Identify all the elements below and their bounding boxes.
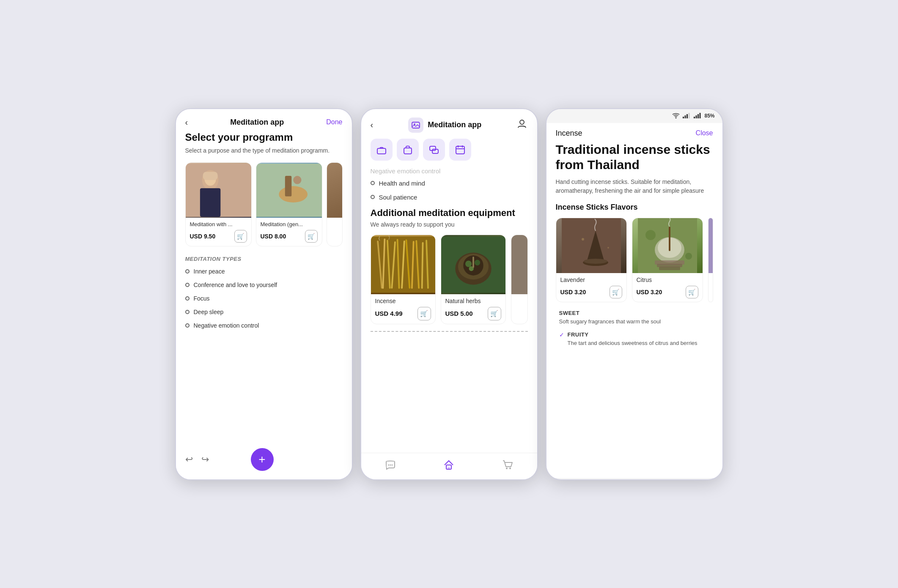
p1-card-2-info: Meditation (gen... USD 8.00 🛒 — [256, 218, 322, 246]
p2-image-icon — [408, 118, 423, 133]
p2-list-item-0: Health and mind — [371, 180, 528, 187]
p3-citrus-info: Citrus USD 3.20 🛒 — [632, 273, 703, 302]
p1-card-3 — [327, 162, 343, 246]
p2-user-icon[interactable] — [516, 118, 527, 132]
p2-back-button[interactable]: ‹ — [371, 120, 373, 130]
p3-lavender-image — [556, 218, 626, 273]
p2-body: Negative emotion control Health and mind… — [361, 167, 537, 332]
svg-point-61 — [582, 238, 584, 241]
p1-product-cards: Meditation with ... USD 9.50 🛒 — [185, 162, 343, 246]
p3-flavor-3-image — [709, 218, 713, 273]
p2-nav-chat[interactable] — [384, 459, 396, 471]
p3-screen: Incense Close Traditional incense sticks… — [546, 123, 722, 478]
p1-page-subtext: Select a purpose and the type of meditat… — [185, 147, 343, 155]
p1-list-item-3: Deep sleep — [185, 309, 343, 315]
p1-card-1-image — [186, 163, 251, 218]
svg-point-42 — [390, 464, 391, 465]
svg-rect-4 — [203, 172, 217, 180]
p3-flavor-card-3 — [708, 218, 713, 302]
p3-scent-section: SWEET Soft sugary fragrances that warm t… — [556, 310, 713, 347]
p2-incense-image — [371, 235, 435, 294]
p1-page-heading: Select your programm — [185, 131, 343, 143]
svg-rect-52 — [689, 113, 690, 118]
phone-3: 85% Incense Close Traditional incense st… — [546, 108, 723, 480]
svg-rect-13 — [377, 148, 386, 154]
p3-close-button[interactable]: Close — [696, 129, 713, 137]
p2-herbs-cart-button[interactable]: 🛒 — [488, 307, 501, 320]
p2-incense-name: Incense — [375, 298, 431, 304]
p3-scent-sweet-desc: Soft sugary fragrances that warm the sou… — [559, 318, 713, 325]
p2-list: Health and mind Soul patience — [371, 180, 528, 201]
svg-rect-70 — [657, 264, 682, 267]
p2-faded-text: Negative emotion control — [371, 167, 528, 175]
p1-add-button[interactable]: + — [251, 448, 274, 471]
p2-bullet-0 — [371, 181, 375, 185]
svg-rect-14 — [404, 148, 412, 154]
p2-divider — [371, 331, 528, 332]
p1-list-item-2-text: Focus — [194, 295, 210, 302]
p2-nav-cart[interactable] — [502, 459, 514, 471]
p3-fruity-check-icon: ✓ — [559, 331, 564, 338]
p3-citrus-cart-button[interactable]: 🛒 — [686, 286, 698, 298]
svg-rect-2 — [200, 188, 220, 217]
p1-back-button[interactable]: ‹ — [185, 118, 188, 127]
svg-point-62 — [607, 247, 609, 249]
p1-card-1[interactable]: Meditation with ... USD 9.50 🛒 — [185, 162, 252, 246]
p2-section-sub: We always ready to support you — [371, 221, 528, 228]
p2-tab-bag[interactable] — [397, 139, 419, 161]
svg-point-60 — [584, 259, 607, 264]
p1-card-1-cart-button[interactable]: 🛒 — [234, 230, 247, 243]
p3-screen-title: Incense — [556, 129, 582, 138]
svg-rect-56 — [700, 113, 701, 118]
p1-card-2[interactable]: Meditation (gen... USD 8.00 🛒 — [256, 162, 322, 246]
phone-1: ‹ Meditation app Done Select your progra… — [175, 108, 353, 480]
p3-flavor-card-citrus[interactable]: Citrus USD 3.20 🛒 — [632, 218, 703, 302]
p2-nav-home[interactable] — [443, 459, 455, 471]
p1-card-2-price-row: USD 8.00 🛒 — [261, 230, 318, 243]
p2-herbs-price-row: USD 5.00 🛒 — [445, 307, 501, 320]
p2-list-item-0-text: Health and mind — [379, 180, 425, 187]
p3-lavender-price: USD 3.20 — [560, 289, 586, 295]
p3-wifi-icon — [672, 112, 680, 120]
svg-rect-45 — [448, 467, 450, 469]
p3-flavors-label: Incense Sticks Flavors — [556, 203, 713, 212]
p1-forward-nav-icon[interactable]: ↪ — [201, 454, 209, 465]
p2-tab-chat[interactable] — [423, 139, 445, 161]
p1-list-item-0-text: Inner peace — [194, 268, 225, 275]
p2-product-card-incense[interactable]: Incense USD 4.99 🛒 — [371, 235, 436, 324]
p1-card-2-cart-button[interactable]: 🛒 — [305, 230, 318, 243]
p3-scent-fruity: ✓ FRUITY The tart and delicious sweetnes… — [556, 331, 713, 347]
svg-point-67 — [645, 230, 656, 240]
svg-point-9 — [293, 176, 301, 184]
p2-header-center: Meditation app — [408, 118, 481, 133]
p3-description: Hand cutting incense sticks. Suitable fo… — [556, 178, 713, 195]
p1-card-1-price-row: USD 9.50 🛒 — [190, 230, 247, 243]
p3-scent-sweet-label: SWEET — [559, 310, 713, 316]
p3-citrus-price: USD 3.20 — [637, 289, 662, 295]
p2-tab-calendar[interactable] — [449, 139, 471, 161]
p3-main-title: Traditional incense sticks from Thailand — [556, 142, 713, 172]
svg-rect-17 — [456, 146, 464, 154]
p1-list-item-4-text: Negative emotion control — [194, 322, 259, 329]
p3-battery-indicator: 85% — [704, 113, 714, 119]
p3-lavender-cart-button[interactable]: 🛒 — [610, 286, 622, 298]
screen-2: ‹ Meditation app — [361, 109, 537, 479]
svg-rect-55 — [698, 114, 699, 118]
svg-rect-53 — [694, 117, 695, 118]
p3-flavor-card-lavender[interactable]: Lavender USD 3.20 🛒 — [556, 218, 627, 302]
p1-list-item-3-text: Deep sleep — [194, 309, 224, 315]
p2-bottom-bar — [361, 453, 537, 479]
p1-done-button[interactable]: Done — [326, 118, 342, 126]
p2-herbs-info: Natural herbs USD 5.00 🛒 — [441, 294, 505, 324]
screen-1: ‹ Meditation app Done Select your progra… — [176, 109, 352, 479]
p2-header: ‹ Meditation app — [361, 109, 537, 139]
p2-product-card-herbs[interactable]: Natural herbs USD 5.00 🛒 — [441, 235, 506, 324]
p3-lavender-name: Lavender — [560, 276, 622, 283]
p2-list-item-1: Soul patience — [371, 194, 528, 201]
p1-back-nav-icon[interactable]: ↩ — [185, 454, 193, 465]
p1-bullet-4 — [185, 323, 189, 328]
p2-tab-shop[interactable] — [371, 139, 393, 161]
p3-citrus-price-row: USD 3.20 🛒 — [637, 286, 698, 298]
svg-rect-51 — [687, 114, 688, 118]
p2-incense-cart-button[interactable]: 🛒 — [417, 307, 431, 320]
